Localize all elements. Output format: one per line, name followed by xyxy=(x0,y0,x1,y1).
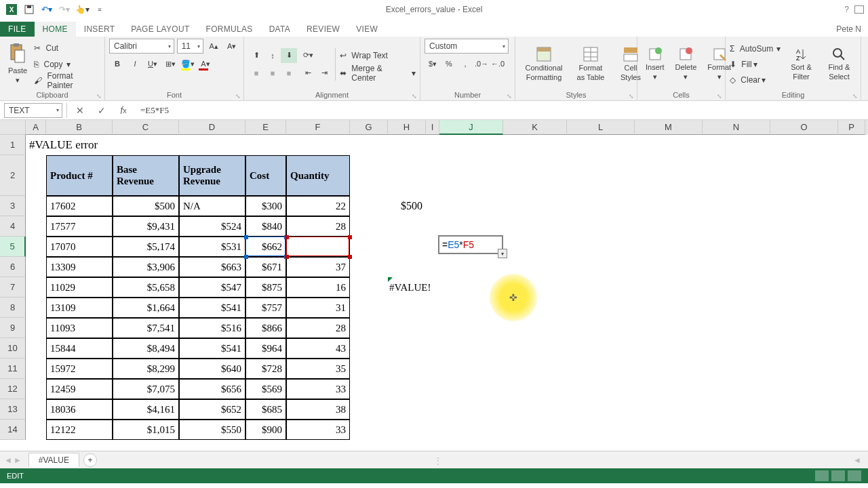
col-header-A[interactable]: A xyxy=(26,120,46,135)
autosum-button[interactable]: Σ AutoSum ▾ xyxy=(730,41,781,56)
row-header-11[interactable]: 11 xyxy=(0,359,26,379)
row-header-12[interactable]: 12 xyxy=(0,379,26,399)
col-header-G[interactable]: G xyxy=(350,120,388,135)
sheet-tab[interactable]: #VALUE xyxy=(28,453,79,467)
cell-E13[interactable]: $685 xyxy=(245,399,286,420)
cell-D3[interactable]: N/A xyxy=(179,196,245,216)
tab-view[interactable]: VIEW xyxy=(348,22,386,37)
cell-B5[interactable]: 17070 xyxy=(46,237,113,257)
touch-icon[interactable]: 👆▾ xyxy=(75,2,90,17)
cell-E12[interactable]: $569 xyxy=(245,379,286,399)
cell-E10[interactable]: $964 xyxy=(245,338,286,359)
col-header-P[interactable]: P xyxy=(838,120,865,135)
tab-page-layout[interactable]: PAGE LAYOUT xyxy=(123,22,197,37)
cell-B13[interactable]: 18036 xyxy=(46,399,113,420)
cell-F2[interactable]: Quantity xyxy=(286,155,350,196)
col-header-C[interactable]: C xyxy=(113,120,179,135)
cell-A1[interactable]: #VALUE error xyxy=(26,135,161,155)
cell-F4[interactable]: 28 xyxy=(286,216,350,237)
fx-icon[interactable]: fx xyxy=(115,103,132,118)
border-button[interactable]: ⊞▾ xyxy=(162,56,178,71)
tab-file[interactable]: FILE xyxy=(0,22,35,37)
merge-center-button[interactable]: ⬌ Merge & Center ▾ xyxy=(340,66,416,81)
cell-F6[interactable]: 37 xyxy=(286,257,350,277)
account-name[interactable]: Pete N xyxy=(829,22,868,37)
row-header-2[interactable]: 2 xyxy=(0,155,26,196)
conditional-formatting-button[interactable]: Conditional Formatting xyxy=(519,45,568,83)
ribbon-toggle-icon[interactable] xyxy=(854,5,864,14)
cell-F10[interactable]: 43 xyxy=(286,338,350,359)
tab-insert[interactable]: INSERT xyxy=(76,22,123,37)
cell-E8[interactable]: $757 xyxy=(245,298,286,318)
page-break-view-icon[interactable] xyxy=(848,470,861,481)
cell-C9[interactable]: $7,541 xyxy=(113,318,179,338)
editing-cell[interactable]: =E5*F5▾ xyxy=(438,235,503,254)
cell-B2[interactable]: Product # xyxy=(46,155,113,196)
fill-color-button[interactable]: 🪣▾ xyxy=(180,56,196,71)
cell-F8[interactable]: 31 xyxy=(286,298,350,318)
increase-indent-icon[interactable]: ⇥ xyxy=(316,66,332,81)
col-header-H[interactable]: H xyxy=(388,120,426,135)
fill-button[interactable]: ⬇ Fill▾ xyxy=(730,57,781,72)
copy-button[interactable]: ⎘ Copy ▾ xyxy=(34,57,100,72)
increase-font-icon[interactable]: A▴ xyxy=(206,39,222,54)
align-bottom-icon[interactable]: ⬇ xyxy=(281,48,297,63)
cut-button[interactable]: ✂ Cut xyxy=(34,41,100,56)
col-header-N[interactable]: N xyxy=(703,120,770,135)
add-sheet-button[interactable]: + xyxy=(83,453,97,467)
cell-B8[interactable]: 13109 xyxy=(46,298,113,318)
spreadsheet-grid[interactable]: ABCDEFGHIJKLMNOP 1234567891011121314 #VA… xyxy=(0,120,868,451)
cell-B10[interactable]: 15844 xyxy=(46,338,113,359)
increase-decimal-icon[interactable]: .0→ xyxy=(473,56,490,71)
row-header-4[interactable]: 4 xyxy=(0,216,26,237)
cell-D12[interactable]: $656 xyxy=(179,379,245,399)
cell-B7[interactable]: 11029 xyxy=(46,277,113,298)
row-header-5[interactable]: 5 xyxy=(0,237,26,257)
tab-nav-next-icon[interactable]: ► xyxy=(14,455,22,465)
tab-data[interactable]: DATA xyxy=(261,22,298,37)
col-header-D[interactable]: D xyxy=(179,120,245,135)
redo-icon[interactable]: ↷▾ xyxy=(57,2,72,17)
row-header-7[interactable]: 7 xyxy=(0,277,26,298)
decrease-indent-icon[interactable]: ⇤ xyxy=(300,66,316,81)
cancel-formula-icon[interactable]: ✕ xyxy=(71,103,89,118)
col-header-J[interactable]: J xyxy=(439,120,503,135)
excel-icon[interactable]: X xyxy=(4,2,19,17)
underline-button[interactable]: U▾ xyxy=(144,56,161,71)
enter-formula-icon[interactable]: ✓ xyxy=(93,103,111,118)
cell-D10[interactable]: $541 xyxy=(179,338,245,359)
normal-view-icon[interactable] xyxy=(815,470,829,481)
format-painter-button[interactable]: 🖌 Format Painter xyxy=(34,73,100,88)
cell-C13[interactable]: $4,161 xyxy=(113,399,179,420)
font-color-button[interactable]: A▾ xyxy=(197,56,214,71)
undo-icon[interactable]: ↶▾ xyxy=(39,2,54,17)
cell-B14[interactable]: 12122 xyxy=(46,420,113,440)
cell-F13[interactable]: 38 xyxy=(286,399,350,420)
cell-D5[interactable]: $531 xyxy=(179,237,245,257)
decrease-font-icon[interactable]: A▾ xyxy=(224,39,239,54)
row-header-14[interactable]: 14 xyxy=(0,420,26,440)
cell-E14[interactable]: $900 xyxy=(245,420,286,440)
row-header-13[interactable]: 13 xyxy=(0,399,26,420)
formula-input[interactable]: =E5*F5 xyxy=(136,103,864,118)
cell-B3[interactable]: 17602 xyxy=(46,196,113,216)
cell-E6[interactable]: $671 xyxy=(245,257,286,277)
cell-D7[interactable]: $547 xyxy=(179,277,245,298)
number-format-combo[interactable]: Custom xyxy=(425,39,509,54)
cell-D4[interactable]: $524 xyxy=(179,216,245,237)
cell-D6[interactable]: $663 xyxy=(179,257,245,277)
cell-D13[interactable]: $652 xyxy=(179,399,245,420)
cell-F12[interactable]: 33 xyxy=(286,379,350,399)
tab-nav-prev-icon[interactable]: ◄ xyxy=(4,455,12,465)
cell-C8[interactable]: $1,664 xyxy=(113,298,179,318)
row-header-8[interactable]: 8 xyxy=(0,298,26,318)
cell-C14[interactable]: $1,015 xyxy=(113,420,179,440)
font-size-combo[interactable]: 11 xyxy=(177,39,203,54)
cell-F5[interactable] xyxy=(286,237,350,257)
insert-cells-button[interactable]: Insert▾ xyxy=(642,45,669,82)
cell-D9[interactable]: $516 xyxy=(179,318,245,338)
cell-C11[interactable]: $8,299 xyxy=(113,359,179,379)
col-header-L[interactable]: L xyxy=(567,120,635,135)
find-select-button[interactable]: Find & Select xyxy=(821,45,856,82)
format-as-table-button[interactable]: Format as Table xyxy=(571,45,610,83)
